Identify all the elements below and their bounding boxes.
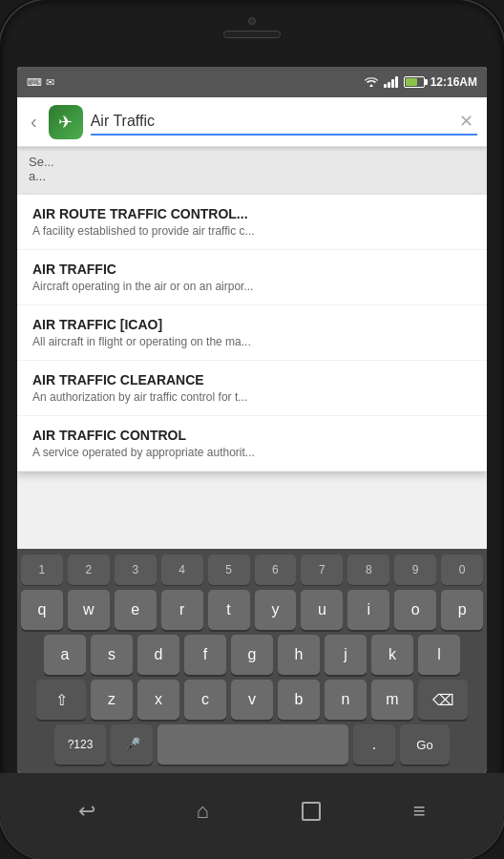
suggestion-item-1[interactable]: AIR TRAFFICAircraft operating in the air… [17, 250, 487, 305]
period-key[interactable]: . [353, 724, 395, 765]
phone-frame: ⌨ ✉ [0, 0, 504, 859]
key-i[interactable]: i [347, 590, 389, 630]
key-s[interactable]: s [91, 635, 133, 675]
search-bar: ‹ ✈ ✕ [17, 97, 487, 147]
key-a[interactable]: a [44, 635, 86, 675]
status-time: 12:16AM [430, 75, 477, 89]
nav-bar: ↩ ⌂ ≡ [0, 773, 504, 859]
key-k[interactable]: k [371, 635, 413, 675]
numbers-row: 1234567890 [21, 555, 483, 585]
key-r[interactable]: r [161, 590, 203, 630]
num-key-0[interactable]: 0 [441, 555, 483, 585]
key-x[interactable]: x [137, 680, 179, 720]
key-e[interactable]: e [115, 590, 157, 630]
num-key-7[interactable]: 7 [301, 555, 343, 585]
status-bar: ⌨ ✉ [17, 67, 487, 97]
backspace-key[interactable]: ⌫ [418, 680, 468, 720]
chat-status-icon: ✉ [46, 76, 54, 89]
key-u[interactable]: u [301, 590, 343, 630]
key-y[interactable]: y [255, 590, 297, 630]
key-z[interactable]: z [91, 680, 133, 720]
key-j[interactable]: j [325, 635, 367, 675]
suggestion-title-0: AIR ROUTE TRAFFIC CONTROL... [32, 206, 472, 221]
keyboard-row-3: ⇧zxcvbnm⌫ [21, 680, 483, 720]
phone-top-hardware [223, 17, 281, 38]
keyboard-row-2: asdfghjkl [21, 635, 483, 675]
mic-key[interactable]: 🎤 [111, 724, 153, 765]
suggestion-desc-4: A service operated by appropriate author… [32, 446, 472, 459]
num-key-3[interactable]: 3 [115, 555, 157, 585]
key-n[interactable]: n [325, 680, 367, 720]
key-g[interactable]: g [231, 635, 273, 675]
num-key-5[interactable]: 5 [208, 555, 250, 585]
num-key-6[interactable]: 6 [255, 555, 297, 585]
content-line2: a... [29, 169, 475, 183]
keyboard-status-icon: ⌨ [27, 76, 42, 89]
signal-bars [384, 76, 398, 88]
numbers-toggle-key[interactable]: ?123 [54, 724, 106, 765]
num-key-2[interactable]: 2 [68, 555, 110, 585]
speaker-grille [223, 31, 281, 38]
phone-screen: ⌨ ✉ [17, 67, 487, 773]
num-key-8[interactable]: 8 [347, 555, 389, 585]
nav-back-button[interactable]: ↩ [71, 791, 103, 831]
suggestion-desc-3: An authorization by air traffic control … [32, 390, 472, 404]
content-behind: Se... a... [17, 147, 487, 195]
key-v[interactable]: v [231, 680, 273, 720]
shift-key[interactable]: ⇧ [36, 680, 86, 720]
suggestions-list: AIR ROUTE TRAFFIC CONTROL...A facility e… [17, 195, 487, 471]
content-line1: Se... [29, 155, 475, 169]
back-button[interactable]: ‹ [27, 107, 41, 136]
suggestion-desc-1: Aircraft operating in the air or on an a… [32, 280, 472, 293]
key-w[interactable]: w [68, 590, 110, 630]
key-p[interactable]: p [441, 590, 483, 630]
key-o[interactable]: o [394, 590, 436, 630]
nav-home-button[interactable]: ⌂ [188, 791, 216, 831]
suggestion-item-3[interactable]: AIR TRAFFIC CLEARANCEAn authorization by… [17, 361, 487, 416]
suggestion-item-0[interactable]: AIR ROUTE TRAFFIC CONTROL...A facility e… [17, 195, 487, 250]
key-h[interactable]: h [278, 635, 320, 675]
num-key-1[interactable]: 1 [21, 555, 63, 585]
key-t[interactable]: t [208, 590, 250, 630]
go-key[interactable]: Go [400, 724, 450, 765]
search-input[interactable] [91, 109, 455, 134]
key-q[interactable]: q [21, 590, 63, 630]
space-key[interactable] [158, 724, 348, 765]
suggestion-title-4: AIR TRAFFIC CONTROL [32, 428, 472, 443]
suggestion-title-2: AIR TRAFFIC [ICAO] [32, 317, 472, 332]
nav-menu-button[interactable]: ≡ [406, 791, 433, 831]
suggestion-desc-2: All aircraft in flight or operating on t… [32, 335, 472, 348]
key-l[interactable]: l [418, 635, 460, 675]
key-c[interactable]: c [184, 680, 226, 720]
key-f[interactable]: f [184, 635, 226, 675]
search-input-wrapper: ✕ [91, 109, 477, 136]
front-camera [248, 17, 256, 25]
key-b[interactable]: b [278, 680, 320, 720]
key-d[interactable]: d [137, 635, 179, 675]
suggestion-title-1: AIR TRAFFIC [32, 262, 472, 277]
status-bar-left: ⌨ ✉ [27, 76, 54, 89]
wifi-icon [365, 75, 378, 90]
suggestion-item-2[interactable]: AIR TRAFFIC [ICAO]All aircraft in flight… [17, 305, 487, 361]
suggestion-item-4[interactable]: AIR TRAFFIC CONTROLA service operated by… [17, 416, 487, 471]
clear-button[interactable]: ✕ [455, 109, 477, 134]
suggestion-title-3: AIR TRAFFIC CLEARANCE [32, 372, 472, 388]
app-icon: ✈ [49, 105, 83, 139]
key-m[interactable]: m [371, 680, 413, 720]
battery-icon [404, 76, 425, 88]
keyboard-bottom-row: ?123🎤.Go [21, 724, 483, 765]
keyboard-row-1: qwertyuiop [21, 590, 483, 630]
num-key-9[interactable]: 9 [394, 555, 436, 585]
num-key-4[interactable]: 4 [161, 555, 203, 585]
app-icon-symbol: ✈ [58, 112, 73, 133]
nav-recents-button[interactable] [302, 802, 321, 821]
keyboard: 1234567890 qwertyuiop asdfghjkl ⇧zxcvbnm… [17, 549, 487, 773]
suggestion-desc-0: A facility established to provide air tr… [32, 224, 472, 238]
